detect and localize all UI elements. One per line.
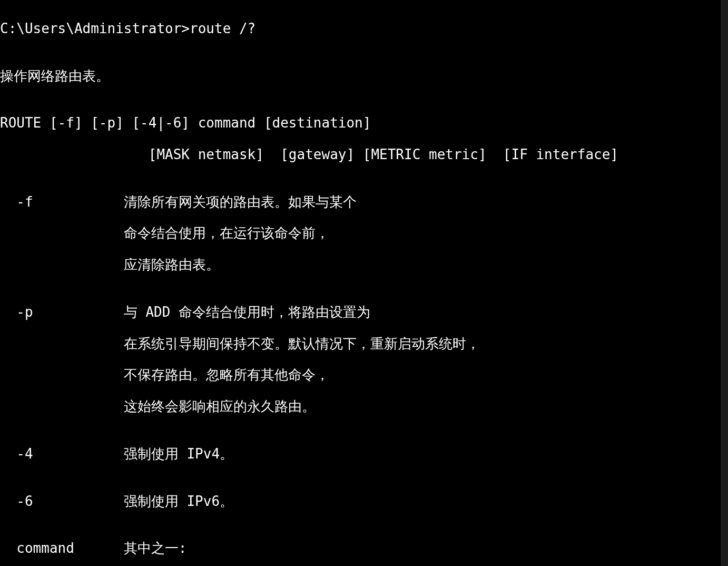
option-4-line: -4 强制使用 IPv4。	[0, 446, 728, 462]
option-p-line-4: 这始终会影响相应的永久路由。	[0, 399, 728, 415]
option-p-line-1: -p 与 ADD 命令结合使用时，将路由设置为	[0, 305, 728, 320]
prompt-line: C:\Users\Administrator>route /?	[0, 21, 728, 37]
description-line: 操作网络路由表。	[0, 69, 728, 84]
scrollbar-vertical[interactable]	[721, 0, 728, 566]
terminal-output[interactable]: C:\Users\Administrator>route /? 操作网络路由表。…	[0, 0, 728, 566]
syntax-line-1: ROUTE [-f] [-p] [-4|-6] command [destina…	[0, 115, 728, 131]
syntax-line-2: [MASK netmask] [gateway] [METRIC metric]…	[0, 147, 728, 163]
option-f-line-2: 命令结合使用，在运行该命令前，	[0, 226, 728, 241]
option-p-line-3: 不保存路由。忽略所有其他命令，	[0, 367, 728, 383]
option-p-line-2: 在系统引导期间保持不变。默认情况下，重新启动系统时，	[0, 336, 728, 352]
option-f-line-3: 应清除路由表。	[0, 257, 728, 273]
option-f-line-1: -f 清除所有网关项的路由表。如果与某个	[0, 194, 728, 210]
option-6-line: -6 强制使用 IPv6。	[0, 494, 728, 510]
command-line-1: command 其中之一:	[0, 541, 728, 557]
